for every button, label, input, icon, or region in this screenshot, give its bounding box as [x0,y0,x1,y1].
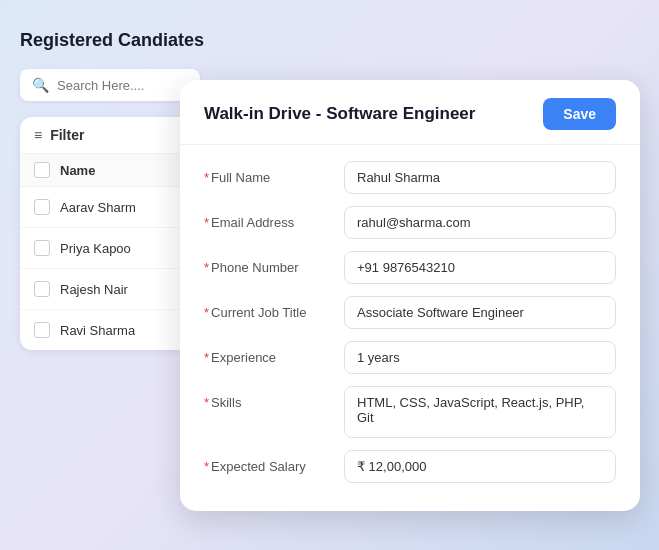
salary-label: *Expected Salary [204,450,344,474]
row-checkbox[interactable] [34,281,50,297]
candidate-name: Ravi Sharma [60,323,135,338]
experience-input[interactable] [344,341,616,374]
required-star: * [204,215,209,230]
form-row-salary: *Expected Salary [204,450,616,483]
candidate-name: Rajesh Nair [60,282,128,297]
jobtitle-label: *Current Job Title [204,296,344,320]
fullname-input[interactable] [344,161,616,194]
phone-input[interactable] [344,251,616,284]
modal-title: Walk-in Drive - Software Engineer [204,104,475,124]
form-row-skills: *Skills HTML, CSS, JavaScript, React.js,… [204,386,616,438]
modal-body: *Full Name *Email Address *Phone Number … [180,145,640,511]
name-column-header: Name [60,163,95,178]
candidate-name: Aarav Sharm [60,200,136,215]
form-row-phone: *Phone Number [204,251,616,284]
phone-label: *Phone Number [204,251,344,275]
page-container: Registered Candiates 🔍 ≡ Filter ↕ Name A… [0,0,659,550]
email-input[interactable] [344,206,616,239]
row-checkbox[interactable] [34,199,50,215]
filter-label[interactable]: Filter [50,127,181,143]
email-label: *Email Address [204,206,344,230]
fullname-label: *Full Name [204,161,344,185]
search-input[interactable] [57,78,177,93]
salary-input[interactable] [344,450,616,483]
save-button[interactable]: Save [543,98,616,130]
registered-title: Registered Candiates [20,30,220,51]
form-row-email: *Email Address [204,206,616,239]
row-checkbox[interactable] [34,240,50,256]
search-box: 🔍 [20,69,200,101]
required-star: * [204,395,209,410]
modal-overlay: Walk-in Drive - Software Engineer Save *… [180,80,640,511]
required-star: * [204,260,209,275]
required-star: * [204,459,209,474]
form-row-jobtitle: *Current Job Title [204,296,616,329]
experience-label: *Experience [204,341,344,365]
form-row-experience: *Experience [204,341,616,374]
filter-icon: ≡ [34,127,42,143]
skills-input[interactable]: HTML, CSS, JavaScript, React.js, PHP, Gi… [344,386,616,438]
jobtitle-input[interactable] [344,296,616,329]
modal-header: Walk-in Drive - Software Engineer Save [180,80,640,145]
search-icon: 🔍 [32,77,49,93]
row-checkbox[interactable] [34,322,50,338]
required-star: * [204,305,209,320]
form-row-fullname: *Full Name [204,161,616,194]
required-star: * [204,350,209,365]
required-star: * [204,170,209,185]
header-checkbox[interactable] [34,162,50,178]
candidate-name: Priya Kapoo [60,241,131,256]
skills-label: *Skills [204,386,344,410]
